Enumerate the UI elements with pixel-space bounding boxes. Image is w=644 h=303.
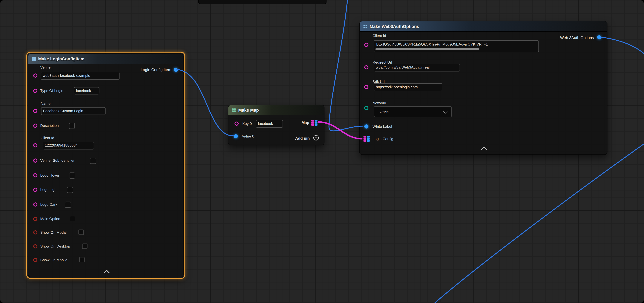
collapse-chevron-icon[interactable] [104, 270, 110, 276]
pin-login-config-item-output[interactable] [174, 68, 178, 72]
pin-label-client-id: Client Id [40, 136, 54, 140]
network-dropdown[interactable]: CYAN [374, 106, 452, 117]
pin-white-label[interactable] [364, 124, 368, 128]
pin-name[interactable] [33, 109, 37, 113]
add-pin-icon[interactable]: + [314, 135, 319, 140]
blueprint-editor-window: Make LoginConfigItem Login Config Item V… [0, 0, 644, 303]
verifier-sub-identifier-input[interactable] [90, 158, 96, 164]
pin-map-output[interactable] [311, 120, 317, 126]
node-title: Make Web3AuthOptions [370, 24, 419, 29]
pin-label-show-on-desktop: Show On Desktop [40, 244, 70, 249]
description-input[interactable] [69, 123, 75, 129]
node-header[interactable]: Make LoginConfigItem [28, 54, 183, 64]
pin-show-on-mobile[interactable] [33, 258, 37, 262]
pin-show-on-desktop[interactable] [33, 244, 37, 248]
pin-label-white-label: White Label [372, 124, 392, 129]
pin-label-login-config: Login Config [372, 137, 393, 141]
pin-login-config[interactable] [364, 136, 370, 142]
pin-label-verifier-sub-identifier: Verifier Sub Identifier [40, 158, 74, 163]
node-title: Make LoginConfigItem [38, 56, 84, 61]
pin-label-show-on-mobile: Show On Mobile [40, 258, 67, 262]
node-header[interactable]: Make Map [228, 105, 324, 115]
node-make-map[interactable]: Make Map Key 0 facebook Value 0 Map Add … [228, 105, 324, 145]
logo-dark-input[interactable] [65, 202, 71, 208]
pin-label-name: Name [40, 102, 50, 106]
client-id-scrollbar[interactable] [375, 48, 479, 50]
make-struct-icon [364, 24, 367, 28]
node-make-web3authoptions[interactable]: Make Web3AuthOptions Web 3Auth Options C… [360, 21, 608, 155]
pin-client-id[interactable] [364, 43, 368, 47]
pin-main-option[interactable] [33, 217, 37, 221]
pin-label-verifier: Verifier [40, 65, 52, 70]
name-input[interactable]: Facebook Custom Login [41, 107, 106, 115]
pin-redirect-url[interactable] [364, 65, 368, 69]
pin-label-logo-light: Logo Light [40, 188, 58, 192]
sdk-url-input[interactable]: https://sdk.openlogin.com [374, 84, 442, 91]
output-label-login-config-item: Login Config Item [141, 67, 171, 72]
wire-top-to-whitelabel[interactable] [329, 0, 363, 131]
client-id-input[interactable]: 1222658941886084 [43, 142, 94, 150]
pin-label-logo-dark: Logo Dark [40, 202, 57, 207]
client-id-text: BEglQSgt4cUWcj6SKRdu5QkOXTsePmMcusG5EAoy… [376, 42, 537, 47]
pin-verifier[interactable] [33, 74, 37, 78]
pin-web3auth-options-output[interactable] [597, 35, 601, 40]
make-map-icon [232, 108, 236, 112]
add-pin-label[interactable]: Add pin [295, 136, 310, 140]
logo-light-input[interactable] [67, 187, 73, 193]
pin-label-network: Network [372, 101, 386, 106]
node-header[interactable]: Make Web3AuthOptions [360, 21, 607, 32]
show-on-modal-checkbox[interactable] [78, 230, 84, 235]
pin-client-id[interactable] [33, 144, 37, 148]
blueprint-graph-canvas[interactable]: Make LoginConfigItem Login Config Item V… [0, 0, 644, 303]
main-option-checkbox[interactable] [70, 216, 75, 222]
logo-hover-input[interactable] [69, 172, 75, 178]
output-label-web3auth-options: Web 3Auth Options [560, 35, 594, 40]
pin-label-logo-hover: Logo Hover [40, 173, 60, 178]
pin-value-0[interactable] [234, 134, 238, 138]
pin-description[interactable] [33, 124, 37, 128]
pin-label-show-on-modal: Show On Modal [40, 230, 66, 235]
output-label-map: Map [302, 120, 309, 125]
type-of-login-input[interactable]: facebook [74, 87, 99, 94]
pin-label-type-of-login: Type Of Login [40, 89, 63, 93]
wire-map-to-loginconfig[interactable] [318, 122, 362, 139]
collapse-chevron-icon[interactable] [481, 146, 487, 153]
wire-offscreen-diagonal[interactable] [434, 144, 644, 303]
pin-logo-hover[interactable] [33, 173, 37, 177]
pin-label-description: Description [40, 124, 59, 128]
show-on-mobile-checkbox[interactable] [79, 257, 85, 262]
pin-network[interactable] [364, 106, 368, 110]
redirect-url-input[interactable]: w3a://com.w3a.Web3AuthUnreal [374, 64, 460, 72]
key-0-input[interactable]: facebook [256, 120, 283, 128]
pin-label-client-id: Client Id [372, 34, 386, 38]
network-dropdown-value: CYAN [380, 110, 389, 114]
node-title: Make Map [238, 108, 259, 112]
pin-label-key-0: Key 0 [242, 122, 252, 126]
pin-label-value-0: Value 0 [242, 134, 254, 139]
pin-label-main-option: Main Option [40, 217, 60, 222]
pin-type-of-login[interactable] [33, 89, 37, 93]
make-struct-icon [32, 57, 36, 60]
pin-sdk-url[interactable] [364, 85, 368, 89]
node-make-loginconfigitem[interactable]: Make LoginConfigItem Login Config Item V… [28, 53, 184, 277]
verifier-input[interactable]: web3auth-facebook-example [40, 72, 120, 80]
wire-loginconfigitem-to-value0[interactable] [176, 70, 234, 136]
show-on-desktop-checkbox[interactable] [82, 244, 88, 249]
pin-key-0[interactable] [234, 122, 238, 126]
pin-logo-dark[interactable] [33, 202, 37, 206]
pin-logo-light[interactable] [33, 188, 37, 192]
pin-verifier-sub-identifier[interactable] [33, 158, 37, 162]
pin-show-on-modal[interactable] [33, 230, 37, 234]
chevron-down-icon [443, 110, 447, 114]
client-id-input[interactable]: BEglQSgt4cUWcj6SKRdu5QkOXTsePmMcusG5EAoy… [374, 40, 539, 52]
offscreen-node-edge [198, 0, 326, 4]
